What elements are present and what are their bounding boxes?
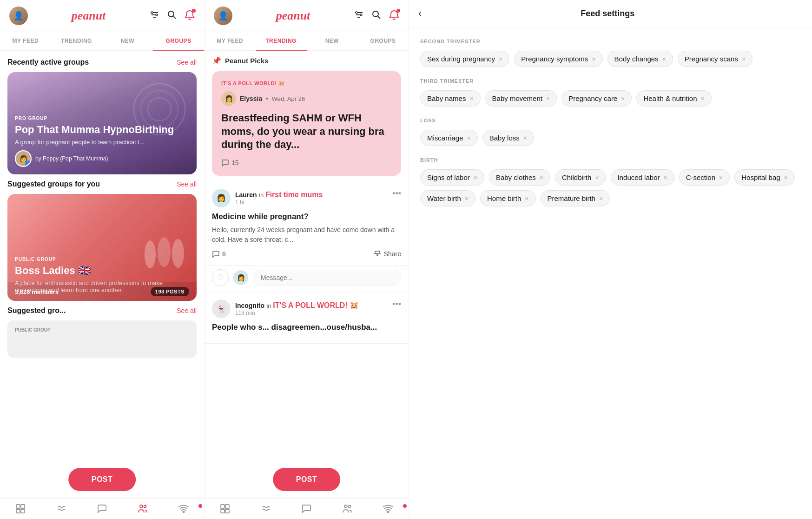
tag-sex-during-pregnancy[interactable]: Sex during pregnancy × — [420, 51, 509, 67]
remove-water-birth[interactable]: × — [465, 195, 469, 202]
remove-signs-of-labor[interactable]: × — [474, 174, 477, 181]
remove-home-birth[interactable]: × — [525, 195, 528, 202]
tag-premature-birth[interactable]: Premature birth × — [541, 190, 610, 206]
header-panel2: 👤 peanut — [205, 0, 409, 32]
post-button-panel1[interactable]: POST — [68, 468, 136, 491]
remove-health-nutrition[interactable]: × — [700, 95, 704, 102]
recently-active-see-all[interactable]: See all — [177, 59, 197, 66]
bottom-nav-people-p2[interactable] — [327, 503, 368, 514]
tag-baby-names[interactable]: Baby names × — [420, 90, 481, 106]
search-icon-panel2[interactable] — [371, 10, 382, 22]
tag-baby-clothes[interactable]: Baby clothes × — [489, 169, 550, 186]
tag-text: Water birth — [427, 194, 461, 202]
tag-home-birth[interactable]: Home birth × — [480, 190, 536, 206]
suggested2-see-all[interactable]: See all — [177, 307, 197, 314]
tab-myfeed-panel2[interactable]: MY FEED — [205, 32, 256, 50]
tag-signs-of-labor[interactable]: Signs of labor × — [420, 169, 484, 186]
remove-pregnancy-scans[interactable]: × — [742, 55, 746, 63]
bottom-nav-home-p1[interactable] — [0, 503, 41, 514]
svg-point-18 — [144, 506, 146, 508]
suggested2-title: Suggested gro... — [7, 306, 66, 315]
post1-comments: 6 — [212, 250, 226, 258]
bottom-nav-signal-p1[interactable] — [163, 503, 204, 514]
search-icon-panel1[interactable] — [167, 10, 177, 22]
remove-baby-names[interactable]: × — [469, 95, 473, 102]
filter-icon-panel1[interactable] — [149, 10, 159, 22]
hypno-badge: PRO GROUP — [15, 116, 189, 121]
notification-dot-panel2 — [396, 9, 400, 13]
svg-point-4 — [156, 14, 158, 16]
bottom-nav-chat-p2[interactable] — [286, 503, 327, 514]
post2-more-icon[interactable]: ••• — [392, 299, 401, 309]
post2-group[interactable]: IT'S A POLL WORLD! 🐹 — [273, 301, 359, 309]
bottom-nav-people-p1[interactable] — [122, 503, 163, 514]
remove-induced-labor[interactable]: × — [663, 174, 667, 181]
post-button-panel2[interactable]: POST — [273, 468, 341, 491]
tab-new-panel2[interactable]: NEW — [307, 32, 358, 50]
bottom-nav-wave-p1[interactable] — [41, 503, 82, 514]
notification-dot-panel1 — [192, 9, 196, 13]
group-card-boss-ladies[interactable]: PUBLIC GROUP Boss Ladies 🇬🇧 A place for … — [7, 194, 197, 301]
group-card-hypno[interactable]: PRO GROUP Pop That Mumma HypnoBirthing A… — [7, 72, 197, 174]
tag-miscarriage[interactable]: Miscarriage × — [420, 130, 478, 146]
filter-icon-panel2[interactable] — [354, 10, 364, 22]
message-input[interactable] — [253, 270, 401, 286]
post2-author-line: Incognito in IT'S A POLL WORLD! 🐹 — [235, 301, 359, 310]
tag-induced-labor[interactable]: Induced labor × — [611, 169, 674, 186]
svg-point-24 — [360, 14, 362, 16]
post1-more-icon[interactable]: ••• — [392, 189, 401, 199]
remove-baby-loss[interactable]: × — [523, 134, 527, 142]
like-button[interactable]: ♡ — [212, 269, 229, 286]
tab-new-panel1[interactable]: NEW — [102, 32, 153, 50]
tag-hospital-bag[interactable]: Hospital bag × — [734, 169, 795, 186]
post1-text: Hello, currently 24 weeks pregnant and h… — [212, 225, 401, 245]
tag-health-nutrition[interactable]: Health & nutrition × — [636, 90, 711, 106]
remove-baby-clothes[interactable]: × — [540, 174, 543, 181]
tab-trending-panel1[interactable]: TRENDING — [51, 32, 102, 50]
bottom-nav-signal-p2[interactable] — [368, 503, 409, 514]
remove-childbirth[interactable]: × — [595, 174, 599, 181]
group-card-3-partial[interactable]: PUBLIC GROUP — [7, 320, 197, 358]
tag-childbirth[interactable]: Childbirth × — [555, 169, 606, 186]
avatar-panel1[interactable]: 👤 — [9, 7, 28, 25]
tag-baby-movement[interactable]: Baby movement × — [485, 90, 557, 106]
bell-icon-panel2[interactable] — [389, 10, 399, 22]
tag-body-changes[interactable]: Body changes × — [607, 51, 673, 67]
remove-premature-birth[interactable]: × — [599, 195, 603, 202]
peanut-picks-icon: 📌 — [212, 56, 221, 65]
header-panel1: 👤 peanut — [0, 0, 204, 32]
svg-rect-14 — [21, 505, 25, 508]
svg-point-23 — [356, 12, 357, 13]
avatar-panel2[interactable]: 👤 — [214, 7, 232, 25]
tag-pregnancy-scans[interactable]: Pregnancy scans × — [678, 51, 753, 67]
poll-card[interactable]: IT'S A POLL WORLD! 🐹 👩 Elyssia • Wed, Ap… — [212, 71, 401, 176]
tag-pregnancy-symptoms[interactable]: Pregnancy symptoms × — [514, 51, 602, 67]
suggested-see-all[interactable]: See all — [177, 180, 197, 188]
tab-myfeed-panel1[interactable]: MY FEED — [0, 32, 51, 50]
remove-hospital-bag[interactable]: × — [784, 174, 788, 181]
remove-sex-during-pregnancy[interactable]: × — [499, 55, 502, 63]
post1-share[interactable]: Share — [374, 250, 401, 258]
remove-miscarriage[interactable]: × — [467, 134, 471, 142]
remove-pregnancy-symptoms[interactable]: × — [592, 55, 595, 63]
post1-group[interactable]: First time mums — [265, 191, 323, 199]
tag-c-section[interactable]: C-section × — [679, 169, 730, 186]
tab-groups-panel1[interactable]: GROUPS — [153, 32, 204, 50]
bottom-nav-home-p2[interactable] — [205, 503, 245, 514]
remove-c-section[interactable]: × — [719, 174, 723, 181]
bell-icon-panel1[interactable] — [185, 10, 195, 22]
remove-pregnancy-care[interactable]: × — [621, 95, 625, 102]
svg-line-26 — [378, 16, 380, 19]
bottom-nav-chat-p1[interactable] — [82, 503, 123, 514]
back-button[interactable]: ‹ — [418, 7, 422, 20]
post-incognito: 👻 Incognito in IT'S A POLL WORLD! 🐹 118 … — [205, 292, 409, 344]
tag-pregnancy-care[interactable]: Pregnancy care × — [561, 90, 632, 106]
remove-body-changes[interactable]: × — [662, 55, 666, 63]
remove-baby-movement[interactable]: × — [546, 95, 550, 102]
tab-groups-panel2[interactable]: GROUPS — [357, 32, 409, 50]
tag-water-birth[interactable]: Water birth × — [420, 190, 475, 206]
tab-trending-panel2[interactable]: TRENDING — [256, 32, 307, 50]
bottom-nav-wave-p2[interactable] — [245, 503, 286, 514]
tag-baby-loss[interactable]: Baby loss × — [482, 130, 534, 146]
svg-point-5 — [168, 11, 174, 17]
